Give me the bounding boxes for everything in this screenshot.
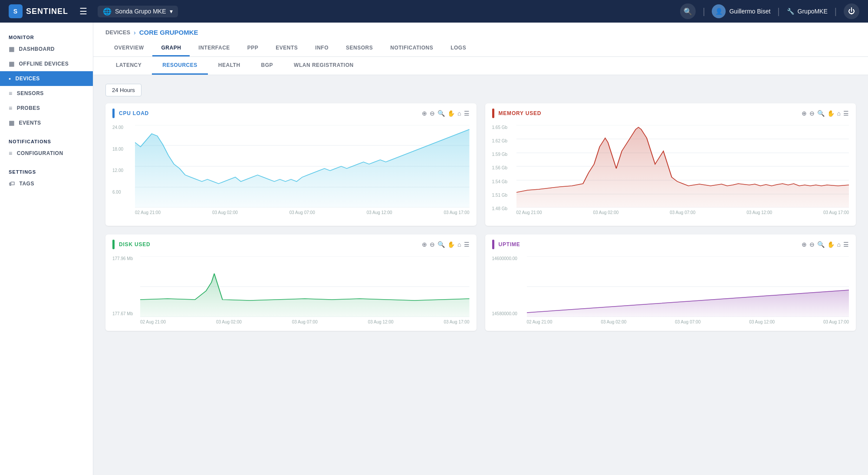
menu-icon[interactable]: ☰ xyxy=(464,241,470,248)
sidebar-item-configuration[interactable]: ≡ CONFIGURATION xyxy=(0,146,93,161)
main-tabs: OVERVIEW GRAPH INTERFACE PPP EVENTS INFO… xyxy=(105,40,856,56)
cpu-x1: 02 Aug 21:00 xyxy=(135,210,161,215)
home-icon[interactable]: ⌂ xyxy=(837,110,841,117)
mem-y3: 1.54 Gb xyxy=(492,179,516,184)
search-button[interactable]: 🔍 xyxy=(680,3,696,19)
chart-disk-accent xyxy=(112,240,115,249)
sidebar-item-offline-devices[interactable]: ▦ OFFLINE DEVICES xyxy=(0,56,93,71)
chart-disk-controls: ⊕ ⊖ 🔍 ✋ ⌂ ☰ xyxy=(422,241,469,248)
sidebar-item-dashboard[interactable]: ▦ DASHBOARD xyxy=(0,42,93,56)
org-selector[interactable]: 🌐 Sonda Grupo MKE ▾ xyxy=(98,6,178,17)
subtab-resources[interactable]: RESOURCES xyxy=(152,57,208,75)
sidebar-item-devices[interactable]: ▪ DEVICES xyxy=(0,71,93,86)
zoom-in-icon[interactable]: ⊕ xyxy=(802,241,807,248)
zoom-in-icon[interactable]: ⊕ xyxy=(422,110,427,117)
disk-chart-svg xyxy=(140,256,470,317)
sidebar-item-tags[interactable]: 🏷 TAGS xyxy=(0,176,93,191)
zoom-out-icon[interactable]: ⊖ xyxy=(430,241,435,248)
subtab-bgp[interactable]: BGP xyxy=(251,57,284,75)
zoom-in-icon[interactable]: ⊕ xyxy=(802,110,807,117)
tab-ppp[interactable]: PPP xyxy=(239,40,267,56)
tab-overview[interactable]: OVERVIEW xyxy=(105,40,152,56)
chart-cpu-title-bar: CPU LOAD xyxy=(112,109,149,118)
home-icon[interactable]: ⌂ xyxy=(837,241,841,248)
probes-icon: ≡ xyxy=(9,105,13,112)
settings-section-label: SETTINGS xyxy=(0,166,93,176)
disk-x-labels: 02 Aug 21:00 03 Aug 02:00 03 Aug 07:00 0… xyxy=(140,320,470,324)
mem-x4: 03 Aug 12:00 xyxy=(746,210,772,215)
tab-graph[interactable]: GRAPH xyxy=(152,40,190,56)
chart-uptime-title: UPTIME xyxy=(499,241,520,247)
breadcrumb: DEVICES › CORE GRUPOMKE xyxy=(105,23,856,40)
disk-x5: 03 Aug 17:00 xyxy=(444,320,470,324)
subtab-health[interactable]: HEALTH xyxy=(208,57,251,75)
cpu-x-labels: 02 Aug 21:00 03 Aug 02:00 03 Aug 07:00 0… xyxy=(135,210,470,215)
sidebar-item-label: CONFIGURATION xyxy=(17,150,63,156)
tab-logs[interactable]: LOGS xyxy=(442,40,475,56)
chart-uptime-title-bar: UPTIME xyxy=(492,240,520,249)
wrench-icon: 🔧 xyxy=(787,8,794,15)
devices-icon: ▪ xyxy=(9,75,11,82)
org-dropdown-icon: ▾ xyxy=(170,8,173,15)
sidebar-item-probes[interactable]: ≡ PROBES xyxy=(0,101,93,115)
user-menu[interactable]: 👤 Guillermo Biset xyxy=(712,4,770,18)
cpu-x3: 03 Aug 07:00 xyxy=(289,210,315,215)
search-icon[interactable]: 🔍 xyxy=(817,241,825,248)
disk-x3: 03 Aug 07:00 xyxy=(292,320,318,324)
events-icon: ▦ xyxy=(9,119,15,126)
hand-icon[interactable]: ✋ xyxy=(447,241,455,248)
chart-cpu-load: CPU LOAD ⊕ ⊖ 🔍 ✋ ⌂ ☰ xyxy=(105,103,477,226)
search-icon[interactable]: 🔍 xyxy=(437,110,445,117)
tab-info[interactable]: INFO xyxy=(306,40,337,56)
sidebar-item-sensors[interactable]: ≡ SENSORS xyxy=(0,86,93,101)
tab-notifications[interactable]: NOTIFICATIONS xyxy=(381,40,442,56)
home-icon[interactable]: ⌂ xyxy=(457,110,461,117)
uptime-x2: 03 Aug 02:00 xyxy=(601,320,626,324)
chart-cpu-body: 24.00 18.00 12.00 6.00 xyxy=(105,122,477,226)
zoom-out-icon[interactable]: ⊖ xyxy=(430,110,435,117)
uptime-x5: 03 Aug 17:00 xyxy=(823,320,849,324)
notifications-section-label: NOTIFICATIONS xyxy=(0,135,93,146)
tab-events[interactable]: EVENTS xyxy=(267,40,306,56)
menu-icon[interactable]: ☰ xyxy=(843,241,849,248)
sidebar-item-events[interactable]: ▦ EVENTS xyxy=(0,115,93,130)
hand-icon[interactable]: ✋ xyxy=(447,110,455,117)
disk-x2: 03 Aug 02:00 xyxy=(216,320,242,324)
divider-2: | xyxy=(777,7,779,16)
search-icon[interactable]: 🔍 xyxy=(437,241,445,248)
mem-x2: 03 Aug 02:00 xyxy=(593,210,618,215)
zoom-in-icon[interactable]: ⊕ xyxy=(422,241,427,248)
hand-icon[interactable]: ✋ xyxy=(827,110,835,117)
time-selector[interactable]: 24 Hours xyxy=(105,84,141,96)
chart-cpu-accent xyxy=(112,109,115,118)
mem-y1: 1.48 Gb xyxy=(492,206,516,211)
group-menu[interactable]: 🔧 GrupoMKE xyxy=(787,8,828,15)
mem-y7: 1.65 Gb xyxy=(492,125,516,130)
chart-memory-header: MEMORY USED ⊕ ⊖ 🔍 ✋ ⌂ ☰ xyxy=(485,103,856,122)
zoom-out-icon[interactable]: ⊖ xyxy=(809,241,815,248)
subtab-latency[interactable]: LATENCY xyxy=(105,57,152,75)
menu-icon[interactable]: ☰ xyxy=(843,110,849,117)
menu-icon[interactable]: ☰ xyxy=(464,110,470,117)
home-icon[interactable]: ⌂ xyxy=(457,241,461,248)
power-button[interactable]: ⏻ xyxy=(844,3,859,19)
disk-y2: 177.96 Mb xyxy=(112,256,140,261)
uptime-x-labels: 02 Aug 21:00 03 Aug 02:00 03 Aug 07:00 0… xyxy=(527,320,849,324)
hamburger-button[interactable]: ☰ xyxy=(79,6,87,16)
cpu-y3: 18.00 xyxy=(112,147,135,152)
hand-icon[interactable]: ✋ xyxy=(827,241,835,248)
uptime-y1: 14580000.00 xyxy=(492,311,527,316)
tab-interface[interactable]: INTERFACE xyxy=(190,40,239,56)
subtab-wlan[interactable]: WLAN REGISTRATION xyxy=(283,57,364,75)
group-name: GrupoMKE xyxy=(798,8,828,15)
sidebar-item-label: TAGS xyxy=(20,181,34,187)
zoom-out-icon[interactable]: ⊖ xyxy=(809,110,815,117)
content-topbar: DEVICES › CORE GRUPOMKE OVERVIEW GRAPH I… xyxy=(93,23,868,57)
org-name: Sonda Grupo MKE xyxy=(115,8,166,15)
search-icon[interactable]: 🔍 xyxy=(817,110,825,117)
uptime-chart-svg xyxy=(527,256,849,317)
chart-disk-title: DISK USED xyxy=(119,241,151,247)
cpu-x5: 03 Aug 17:00 xyxy=(444,210,470,215)
tab-sensors[interactable]: SENSORS xyxy=(337,40,381,56)
breadcrumb-devices[interactable]: DEVICES xyxy=(105,29,130,36)
